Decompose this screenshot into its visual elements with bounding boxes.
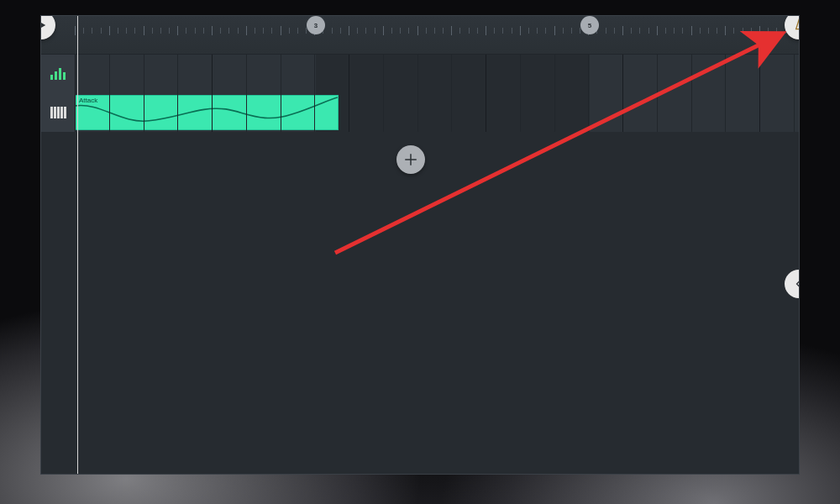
plus-icon — [403, 152, 418, 167]
ruler-tick — [118, 28, 118, 34]
ruler-tick — [195, 28, 196, 34]
ruler-tick — [622, 26, 623, 35]
grid-line — [144, 93, 144, 132]
grid-line — [588, 55, 589, 93]
grid-line — [75, 55, 76, 93]
add-track-button[interactable] — [396, 145, 425, 174]
ruler-tick — [459, 28, 460, 34]
playlist-panel: 35 Attack — [40, 15, 800, 475]
ruler-tick — [144, 26, 144, 35]
ruler-tick — [768, 28, 769, 34]
grid-line — [451, 55, 452, 93]
grid-line — [144, 55, 144, 93]
ruler-tick — [631, 28, 632, 34]
ruler-tick — [477, 28, 478, 34]
grid-line — [109, 93, 110, 132]
grid-line — [691, 55, 692, 93]
ruler-tick — [451, 26, 452, 35]
ruler-tick — [759, 26, 760, 35]
ruler-tick — [263, 28, 264, 34]
bar-marker[interactable]: 5 — [580, 16, 599, 34]
ruler-tick — [614, 28, 615, 34]
metronome-icon — [792, 18, 800, 32]
ruler-tick — [563, 28, 564, 34]
grid-line — [622, 55, 623, 93]
ruler-tick — [682, 28, 683, 34]
grid-line — [657, 55, 658, 93]
grid-line — [349, 55, 349, 93]
ruler-tick — [400, 28, 401, 34]
grid-line — [177, 55, 178, 93]
ruler-tick — [289, 28, 290, 34]
ruler-tick — [725, 26, 726, 35]
ruler-tick — [75, 26, 76, 35]
ruler-tick — [486, 26, 486, 35]
ruler-tick — [357, 28, 358, 34]
loop-region — [316, 55, 590, 93]
grid-line — [622, 93, 623, 132]
grid-line — [281, 55, 281, 93]
ruler-tick — [408, 28, 409, 34]
ruler-tick — [349, 26, 349, 35]
grid-line — [451, 93, 452, 132]
ruler-tick — [255, 28, 255, 34]
ruler-tick — [426, 28, 427, 34]
ruler-tick — [502, 28, 503, 34]
grid-line — [314, 93, 315, 132]
ruler-tick — [391, 28, 392, 34]
clip-attack[interactable]: Attack — [75, 95, 339, 130]
ruler-tick — [743, 28, 743, 34]
grid-line — [588, 93, 589, 132]
empty-area — [41, 132, 799, 474]
grid-line — [212, 93, 213, 132]
loop-region — [316, 93, 590, 132]
ruler-tick — [417, 26, 418, 35]
ruler-tick — [212, 26, 213, 35]
ruler-tick — [606, 28, 606, 34]
ruler-tick — [340, 28, 341, 34]
ruler-tick — [297, 28, 298, 34]
bar-marker[interactable]: 3 — [307, 16, 325, 34]
ruler-tick — [751, 28, 752, 34]
ruler-tick — [776, 28, 777, 34]
track-header-pianoroll[interactable] — [41, 93, 75, 132]
ruler-tick — [134, 28, 135, 34]
ruler-tick — [639, 28, 640, 34]
grid-line — [554, 93, 555, 132]
clip-automation-curve — [76, 96, 338, 130]
ruler-tick — [571, 28, 572, 34]
ruler-tick — [691, 26, 692, 35]
ruler-tick — [708, 28, 709, 34]
grid-line — [417, 93, 418, 132]
track-header-stepseq[interactable] — [41, 55, 75, 93]
ruler-tick — [281, 26, 281, 35]
grid-line — [725, 55, 726, 93]
ruler-tick — [271, 28, 272, 34]
grid-line — [759, 55, 760, 93]
grid-line — [246, 93, 247, 132]
track-lane[interactable]: Attack — [75, 93, 799, 132]
ruler-tick — [469, 28, 470, 34]
ruler-tick — [203, 28, 204, 34]
grid-line — [520, 55, 521, 93]
timeline-ruler[interactable]: 35 — [41, 16, 799, 55]
ruler-tick — [494, 28, 495, 34]
ruler-tick — [83, 28, 84, 34]
grid-line — [177, 93, 178, 132]
ruler-tick — [177, 26, 178, 35]
grid-line — [486, 55, 486, 93]
track-lane[interactable] — [75, 55, 799, 93]
play-icon — [40, 19, 47, 31]
svg-line-0 — [799, 18, 800, 22]
ruler-tick — [152, 28, 153, 34]
ruler-tick — [443, 28, 444, 34]
ruler-tick — [648, 28, 649, 34]
grid-line — [486, 93, 486, 132]
ruler-tick — [169, 28, 170, 34]
ruler-tick — [92, 28, 92, 34]
ruler-tick — [238, 28, 239, 34]
ruler-tick — [375, 28, 375, 34]
ruler-tick — [160, 28, 161, 34]
ruler-tick — [528, 28, 529, 34]
ruler-tick — [554, 26, 555, 35]
